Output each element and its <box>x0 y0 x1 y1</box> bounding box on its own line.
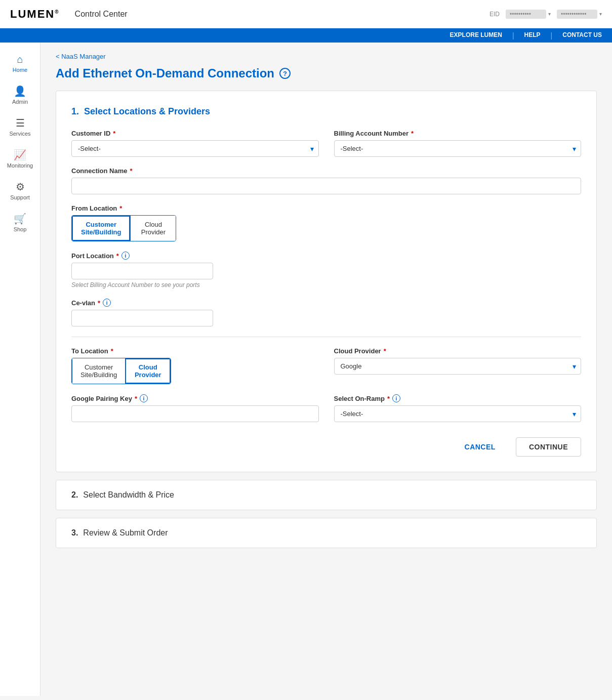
billing-account-select-wrapper: -Select- <box>334 140 582 157</box>
services-icon: ☰ <box>16 117 25 129</box>
sidebar-item-services[interactable]: ☰ Services <box>0 111 40 143</box>
select-on-ramp-info-icon[interactable]: i <box>392 394 400 402</box>
ce-vlan-input[interactable] <box>71 310 213 326</box>
port-location-required: * <box>116 252 119 260</box>
port-location-group: Port Location * i Select Billing Account… <box>71 252 581 289</box>
step2-title: Select Bandwidth & Price <box>83 490 174 500</box>
step1-number: 1. <box>71 106 79 117</box>
billing-account-label: Billing Account Number * <box>334 130 582 137</box>
google-pairing-key-required: * <box>135 395 137 402</box>
cloud-provider-select-wrapper: Google AWS Azure <box>334 358 582 375</box>
nav-separator-2: | <box>551 31 553 39</box>
port-location-hint: Select Billing Account Number to see you… <box>71 281 581 289</box>
port-location-info-icon[interactable]: i <box>121 252 130 260</box>
connection-name-label: Connection Name * <box>71 167 581 175</box>
cloud-provider-required: * <box>384 347 386 355</box>
connection-name-group: Connection Name * <box>71 167 581 194</box>
breadcrumb[interactable]: NaaS Manager <box>56 53 597 60</box>
from-location-required: * <box>119 204 122 212</box>
admin-icon: 👤 <box>14 85 26 97</box>
customer-id-required: * <box>113 130 115 137</box>
ce-vlan-row: Ce-vlan * i <box>71 299 581 326</box>
customer-id-select-wrapper: -Select- <box>71 140 319 157</box>
from-location-label: From Location * <box>71 204 581 212</box>
select-on-ramp-select[interactable]: -Select- <box>334 405 582 422</box>
select-on-ramp-label: Select On-Ramp * i <box>334 394 582 402</box>
eid-dropdown-1[interactable]: •••••••••• ▾ <box>506 10 551 19</box>
pairing-onramp-row: Google Pairing Key * i Select On-Ramp * … <box>71 394 581 422</box>
cloud-provider-group: Cloud Provider * Google AWS Azure <box>334 347 582 384</box>
from-location-cloud-btn[interactable]: CloudProvider <box>130 216 176 241</box>
customer-billing-row: Customer ID * -Select- Billing Account N… <box>71 130 581 157</box>
sidebar-label-services: Services <box>9 131 30 137</box>
cloud-provider-select[interactable]: Google AWS Azure <box>334 358 582 375</box>
from-location-group: From Location * CustomerSite/Building Cl… <box>71 204 581 241</box>
step2-card: 2. Select Bandwidth & Price <box>56 480 597 510</box>
connection-name-input[interactable] <box>71 178 581 194</box>
step1-header: 1. Select Locations & Providers <box>71 106 581 117</box>
from-location-customer-btn[interactable]: CustomerSite/Building <box>72 216 130 241</box>
port-location-label: Port Location * i <box>71 252 581 260</box>
ce-vlan-label: Ce-vlan * i <box>71 299 581 307</box>
to-location-group: To Location * CustomerSite/Building Clou… <box>71 347 319 384</box>
to-location-cloud-row: To Location * CustomerSite/Building Clou… <box>71 347 581 384</box>
shop-icon: 🛒 <box>14 213 26 225</box>
sidebar-item-monitoring[interactable]: 📈 Monitoring <box>0 143 40 175</box>
eid-label: EID <box>489 11 500 18</box>
select-on-ramp-group: Select On-Ramp * i -Select- <box>334 394 582 422</box>
nav-separator-1: | <box>512 31 514 39</box>
ce-vlan-required: * <box>98 299 100 307</box>
main-layout: ⌂ Home 👤 Admin ☰ Services 📈 Monitoring ⚙… <box>0 43 612 696</box>
step1-title: Select Locations & Providers <box>84 106 210 117</box>
sidebar-label-support: Support <box>10 194 30 200</box>
content-area: NaaS Manager Add Ethernet On-Demand Conn… <box>40 43 612 696</box>
connection-name-row: Connection Name * <box>71 167 581 194</box>
sidebar: ⌂ Home 👤 Admin ☰ Services 📈 Monitoring ⚙… <box>0 43 40 696</box>
top-header: LUMEN® Control Center EID •••••••••• ▾ •… <box>0 0 612 28</box>
app-title: Control Center <box>75 10 489 19</box>
from-location-row: From Location * CustomerSite/Building Cl… <box>71 204 581 241</box>
help-link[interactable]: HELP <box>524 31 541 39</box>
ce-vlan-info-icon[interactable]: i <box>103 299 111 307</box>
to-location-toggle: CustomerSite/Building CloudProvider <box>71 358 171 384</box>
sidebar-item-admin[interactable]: 👤 Admin <box>0 79 40 111</box>
logo: LUMEN® <box>10 8 60 21</box>
google-pairing-key-input[interactable] <box>71 405 319 422</box>
port-location-row: Port Location * i Select Billing Account… <box>71 252 581 289</box>
contact-us-link[interactable]: CONTACT US <box>562 31 602 39</box>
explore-lumen-link[interactable]: EXPLORE LUMEN <box>450 31 502 39</box>
port-location-input[interactable] <box>71 263 213 279</box>
to-location-customer-btn[interactable]: CustomerSite/Building <box>72 358 125 384</box>
sidebar-item-home[interactable]: ⌂ Home <box>0 48 40 79</box>
select-on-ramp-wrapper: -Select- <box>334 405 582 422</box>
billing-account-select[interactable]: -Select- <box>334 140 582 157</box>
page-help-icon[interactable]: ? <box>279 68 291 79</box>
google-pairing-key-label: Google Pairing Key * i <box>71 394 319 402</box>
chevron-eid2-icon: ▾ <box>599 11 602 17</box>
customer-id-select[interactable]: -Select- <box>71 140 319 157</box>
page-title: Add Ethernet On-Demand Connection ? <box>56 66 597 80</box>
cancel-button[interactable]: CANCEL <box>452 437 508 457</box>
customer-id-group: Customer ID * -Select- <box>71 130 319 157</box>
billing-account-group: Billing Account Number * -Select- <box>334 130 582 157</box>
google-pairing-key-group: Google Pairing Key * i <box>71 394 319 422</box>
to-location-cloud-btn[interactable]: CloudProvider <box>125 358 171 384</box>
from-location-toggle: CustomerSite/Building CloudProvider <box>71 215 176 241</box>
cloud-provider-label: Cloud Provider * <box>334 347 582 355</box>
sidebar-label-shop: Shop <box>14 226 27 232</box>
eid-dropdown-2[interactable]: •••••••••••• ▾ <box>557 10 602 19</box>
customer-id-label: Customer ID * <box>71 130 319 137</box>
to-location-required: * <box>111 347 113 355</box>
select-on-ramp-required: * <box>387 395 390 402</box>
sidebar-item-shop[interactable]: 🛒 Shop <box>0 207 40 238</box>
action-row: CANCEL CONTINUE <box>71 437 581 457</box>
step3-title: Review & Submit Order <box>83 528 168 538</box>
google-pairing-key-info-icon[interactable]: i <box>140 394 148 402</box>
sidebar-item-support[interactable]: ⚙ Support <box>0 175 40 207</box>
home-icon: ⌂ <box>17 54 23 65</box>
section-divider <box>71 337 581 337</box>
blue-nav-bar: EXPLORE LUMEN | HELP | CONTACT US <box>0 28 612 43</box>
continue-button[interactable]: CONTINUE <box>516 437 581 457</box>
step1-form-card: 1. Select Locations & Providers Customer… <box>56 91 597 472</box>
header-right: EID •••••••••• ▾ •••••••••••• ▾ <box>489 10 602 19</box>
